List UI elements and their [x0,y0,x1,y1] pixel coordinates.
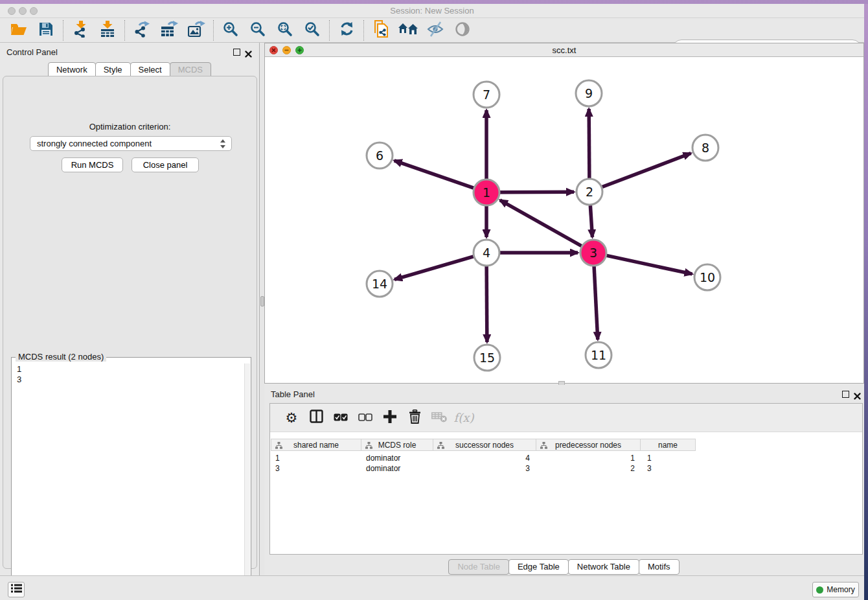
close-panel-button[interactable]: Close panel [131,157,199,172]
graph-edge-3-11[interactable] [594,266,598,340]
network-canvas[interactable]: 1234678910111415 [265,57,863,383]
cell-successor-nodes[interactable]: 4 [435,453,538,463]
cell-name[interactable]: 3 [643,463,699,474]
houses-icon [398,22,418,39]
run-mcds-button[interactable]: Run MCDS [62,157,123,172]
table-row[interactable]: 1dominator411 [271,453,699,463]
close-table-panel-icon[interactable] [854,391,861,402]
zoom-selected-icon [304,21,320,40]
cell-mcds-role[interactable]: dominator [362,453,435,463]
unchecked-boxes-icon [358,412,372,424]
vertical-splitter[interactable] [259,43,264,575]
import-table-icon [100,21,115,40]
open-folder-icon [10,22,27,39]
graph-node-label-4: 4 [483,246,490,260]
control-panel: Control Panel NetworkStyleSelectMCDS Opt… [0,43,260,575]
delete-column-button[interactable] [402,407,427,429]
open-session-button[interactable] [5,19,32,41]
graph-edge-1-2[interactable] [500,192,574,192]
export-image-button[interactable] [183,19,210,41]
cell-predecessor-nodes[interactable]: 2 [538,463,643,474]
network-graph: 1234678910111415 [265,57,863,383]
zoom-in-button[interactable] [217,19,244,41]
import-network-button[interactable] [67,19,94,41]
window-title: Session: New Session [0,6,864,16]
memory-button[interactable]: Memory [812,582,859,597]
float-table-panel-icon[interactable] [842,391,849,398]
zoom-out-button[interactable] [244,19,271,41]
main-titlebar: Session: New Session [0,4,864,18]
refresh-button[interactable] [333,19,360,41]
hierarchy-icon [275,442,282,451]
hierarchy-icon [437,442,444,451]
gear-icon: ⚙ [286,411,298,424]
cell-shared-name[interactable]: 1 [271,453,362,463]
select-all-button[interactable] [328,407,353,429]
graph-node-label-15: 15 [479,351,495,365]
hierarchy-icon [365,442,372,451]
close-panel-icon[interactable] [245,49,252,60]
cell-mcds-role[interactable]: dominator [362,463,435,474]
zoom-fit-button[interactable] [271,19,299,41]
memory-status-icon [816,586,823,594]
graph-edge-4-15[interactable] [486,266,487,342]
column-header-predecessor-nodes[interactable]: predecessor nodes [536,439,641,451]
column-layout-button[interactable] [304,407,328,429]
tab-motifs[interactable]: Motifs [639,559,680,575]
tab-edge-table[interactable]: Edge Table [508,559,569,575]
zoom-fit-icon [277,21,293,40]
plus-icon [383,410,396,426]
graph-edge-4-14[interactable] [394,257,474,279]
desktop-right-edge [864,4,868,600]
graph-edge-2-9[interactable] [589,109,589,178]
tab-node-table[interactable]: Node Table [448,559,509,575]
criterion-select[interactable]: strongly connected component [30,136,232,151]
copy-network-document-icon [374,20,389,40]
cell-predecessor-nodes[interactable]: 1 [538,453,643,463]
table-row[interactable]: 3dominator323 [271,463,699,474]
home-layout-button[interactable] [394,19,422,41]
delete-table-button[interactable] [427,407,451,429]
mcds-result-lines: 13 [17,364,21,385]
column-header-name[interactable]: name [640,439,696,451]
column-header-successor-nodes[interactable]: successor nodes [433,439,536,451]
result-scrollbar[interactable] [244,363,250,595]
graph-edge-2-8[interactable] [602,154,691,187]
cell-shared-name[interactable]: 3 [271,463,362,474]
column-header-shared-name[interactable]: shared name [271,439,361,451]
save-disk-icon [39,22,53,39]
import-table-button[interactable] [94,19,121,41]
graph-edge-2-3[interactable] [590,205,592,237]
graph-edge-1-6[interactable] [394,161,474,188]
table-options-button[interactable]: ⚙ [279,407,304,429]
mcds-result-box: MCDS result (2 nodes) 13 [11,357,251,597]
toolbar-separator [213,20,214,41]
task-history-button[interactable] [8,582,25,597]
add-column-button[interactable] [378,407,402,429]
network-window-titlebar: scc.txt [265,43,863,57]
graph-edge-3-1[interactable] [500,200,582,246]
hide-selected-button[interactable] [422,19,449,41]
deselect-all-button[interactable] [353,407,378,429]
graph-node-label-7: 7 [483,87,490,102]
network-view-title: scc.txt [265,45,863,55]
criterion-value: strongly connected component [37,139,152,148]
zoom-selected-button[interactable] [299,19,326,41]
cell-name[interactable]: 1 [643,453,699,463]
show-hidden-button[interactable] [449,19,476,41]
float-panel-icon[interactable] [233,49,240,56]
copy-network-view-button[interactable] [367,19,394,41]
save-session-button[interactable] [32,19,60,41]
graph-node-label-14: 14 [372,277,387,291]
export-table-button[interactable] [155,19,183,41]
cell-successor-nodes[interactable]: 3 [435,463,538,474]
tab-network-table[interactable]: Network Table [568,559,639,575]
graph-edge-3-10[interactable] [607,255,692,274]
trash-icon [409,410,421,426]
export-network-icon [133,21,150,40]
export-network-button[interactable] [128,19,155,41]
column-header-mcds-role[interactable]: MCDS role [361,439,433,451]
checked-boxes-icon [334,412,348,424]
status-bar: Memory [0,575,864,600]
function-builder-button[interactable]: f(x) [451,407,476,429]
